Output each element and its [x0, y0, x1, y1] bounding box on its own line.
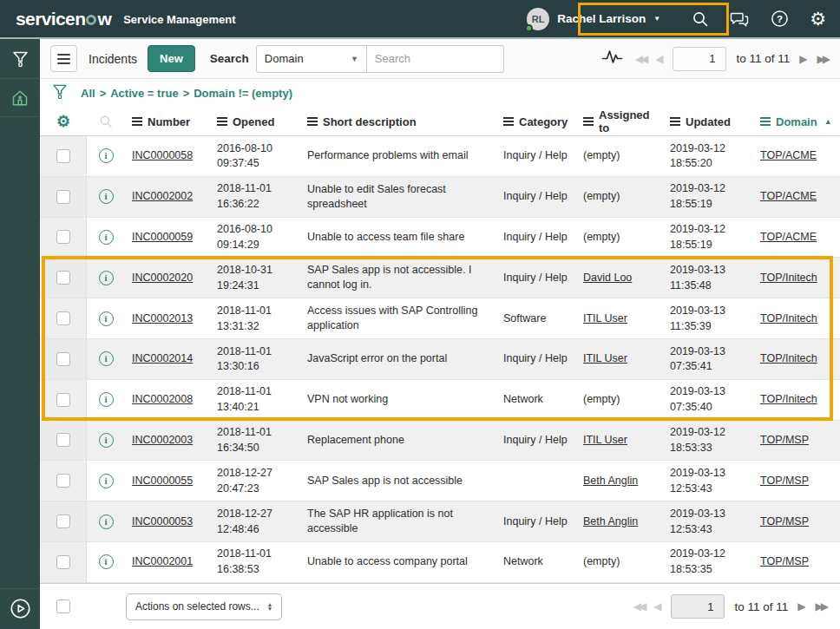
list-context-menu-button[interactable]: [50, 45, 77, 72]
incident-number-link[interactable]: INC0000053: [132, 514, 193, 529]
row-checkbox[interactable]: [56, 555, 70, 569]
assigned-to-value[interactable]: ITIL User: [583, 351, 627, 366]
search-field-select[interactable]: Domain ▼: [256, 45, 367, 73]
user-menu[interactable]: RL Rachel Larrison ▼: [520, 4, 671, 34]
row-checkbox[interactable]: [56, 433, 70, 447]
assigned-to-value[interactable]: ITIL User: [583, 433, 627, 448]
domain-link[interactable]: TOP/Initech: [760, 351, 817, 366]
row-checkbox[interactable]: [56, 149, 70, 163]
column-header-assigned-to[interactable]: Assigned to: [576, 108, 663, 135]
info-icon[interactable]: i: [99, 189, 114, 204]
first-page-button[interactable]: ◀◀: [635, 54, 646, 64]
assigned-to-value[interactable]: Beth Anglin: [583, 514, 638, 529]
row-checkbox[interactable]: [56, 514, 70, 528]
incident-number-link[interactable]: INC0002014: [132, 351, 193, 366]
column-menu-icon[interactable]: [760, 117, 771, 126]
next-page-button[interactable]: ▶: [797, 601, 805, 612]
incident-number-link[interactable]: INC0002001: [132, 554, 193, 569]
incident-number-link[interactable]: INC0000058: [132, 148, 193, 163]
domain-link[interactable]: TOP/ACME: [760, 189, 817, 204]
column-header-number[interactable]: Number: [125, 108, 210, 135]
column-menu-icon[interactable]: [503, 117, 514, 126]
column-header-updated[interactable]: Updated: [663, 108, 753, 135]
row-checkbox[interactable]: [56, 352, 70, 366]
info-icon[interactable]: i: [99, 351, 114, 366]
domain-link[interactable]: TOP/ACME: [760, 148, 817, 163]
row-checkbox[interactable]: [56, 271, 70, 285]
previous-page-button[interactable]: ◀: [653, 601, 661, 612]
table-row[interactable]: i INC0002013 2018-11-01 13:31:32 Access …: [40, 298, 840, 339]
table-row[interactable]: i INC0002003 2018-11-01 16:34:50 Replace…: [40, 421, 840, 462]
info-icon[interactable]: i: [99, 271, 114, 285]
incident-number-link[interactable]: INC0002008: [132, 392, 193, 407]
domain-link[interactable]: TOP/Initech: [760, 392, 817, 407]
table-row[interactable]: i INC0002002 2018-11-01 16:36:22 Unable …: [40, 177, 840, 218]
incident-number-link[interactable]: INC0002002: [132, 189, 193, 204]
info-icon[interactable]: i: [99, 474, 114, 488]
current-page-input[interactable]: [671, 594, 725, 619]
select-all-checkbox[interactable]: [56, 600, 70, 613]
last-page-button[interactable]: ▶▶: [816, 601, 826, 612]
domain-link[interactable]: TOP/Initech: [760, 311, 817, 326]
list-search-input[interactable]: [367, 45, 504, 73]
info-icon[interactable]: i: [99, 554, 114, 569]
incident-number-link[interactable]: INC0002013: [132, 311, 193, 326]
domain-link[interactable]: TOP/MSP: [760, 554, 809, 569]
column-header-category[interactable]: Category: [496, 108, 576, 135]
column-menu-icon[interactable]: [583, 117, 594, 126]
info-icon[interactable]: i: [99, 230, 114, 245]
assigned-to-value[interactable]: Beth Anglin: [583, 474, 638, 488]
incident-number-link[interactable]: INC0002020: [132, 271, 193, 285]
domain-link[interactable]: TOP/MSP: [760, 474, 809, 488]
table-row[interactable]: i INC0002014 2018-11-01 13:30:16 JavaScr…: [40, 339, 840, 380]
previous-page-button[interactable]: ◀: [655, 54, 663, 64]
row-checkbox[interactable]: [56, 311, 70, 325]
gear-icon[interactable]: ⚙: [810, 10, 826, 28]
sidebar-filter-navigator[interactable]: [0, 39, 40, 78]
table-row[interactable]: i INC0000059 2016-08-10 09:14:29 Unable …: [40, 218, 840, 259]
table-row[interactable]: i INC0000058 2016-08-10 09:37:45 Perform…: [40, 136, 840, 177]
column-header-short-description[interactable]: Short description: [300, 108, 496, 135]
table-row[interactable]: i INC0002001 2018-11-01 16:38:53 Unable …: [40, 542, 840, 583]
table-row[interactable]: i INC0002020 2018-10-31 19:24:31 SAP Sal…: [40, 258, 840, 298]
assigned-to-value[interactable]: ITIL User: [583, 311, 627, 326]
row-checkbox[interactable]: [56, 230, 70, 244]
row-checkbox[interactable]: [56, 393, 70, 407]
domain-link[interactable]: TOP/Initech: [760, 271, 817, 285]
info-icon[interactable]: i: [99, 392, 114, 407]
breadcrumb-active-true[interactable]: Active = true: [110, 87, 178, 100]
column-search-icon[interactable]: [87, 108, 125, 135]
info-icon[interactable]: i: [99, 148, 114, 163]
actions-on-selected-rows-select[interactable]: Actions on selected rows... ▲▼: [126, 593, 282, 620]
column-menu-icon[interactable]: [670, 117, 680, 126]
incident-number-link[interactable]: INC0000059: [132, 230, 193, 245]
info-icon[interactable]: i: [99, 311, 114, 326]
info-icon[interactable]: i: [99, 514, 114, 529]
row-checkbox[interactable]: [56, 474, 70, 488]
domain-link[interactable]: TOP/MSP: [760, 514, 809, 529]
table-row[interactable]: i INC0000055 2018-12-27 20:47:23 SAP Sal…: [40, 461, 840, 501]
assigned-to-value[interactable]: David Loo: [583, 271, 632, 285]
help-icon[interactable]: ?: [771, 10, 789, 28]
guided-tour-play-icon[interactable]: [9, 597, 32, 624]
incident-number-link[interactable]: INC0002003: [132, 433, 193, 448]
breadcrumb-domain-filter[interactable]: Domain != (empty): [194, 87, 292, 100]
global-search-icon[interactable]: [692, 10, 709, 28]
domain-link[interactable]: TOP/ACME: [760, 230, 817, 245]
info-icon[interactable]: i: [99, 433, 114, 448]
column-menu-icon[interactable]: [217, 117, 227, 126]
domain-link[interactable]: TOP/MSP: [760, 433, 809, 448]
new-button[interactable]: New: [148, 45, 195, 72]
chat-icon[interactable]: [730, 10, 750, 28]
filter-icon[interactable]: [52, 83, 68, 103]
table-row[interactable]: i INC0002008 2018-11-01 13:40:21 VPN not…: [40, 380, 840, 421]
next-page-button[interactable]: ▶: [799, 54, 807, 64]
breadcrumb-all[interactable]: All: [81, 87, 95, 100]
row-checkbox[interactable]: [56, 190, 70, 204]
column-menu-icon[interactable]: [132, 117, 142, 126]
column-header-domain[interactable]: Domain ▲: [753, 108, 840, 135]
column-header-opened[interactable]: Opened: [210, 108, 300, 135]
personalize-list-gear-icon[interactable]: ⚙: [56, 114, 70, 129]
last-page-button[interactable]: ▶▶: [817, 54, 828, 64]
sidebar-home-icon[interactable]: [0, 78, 40, 117]
